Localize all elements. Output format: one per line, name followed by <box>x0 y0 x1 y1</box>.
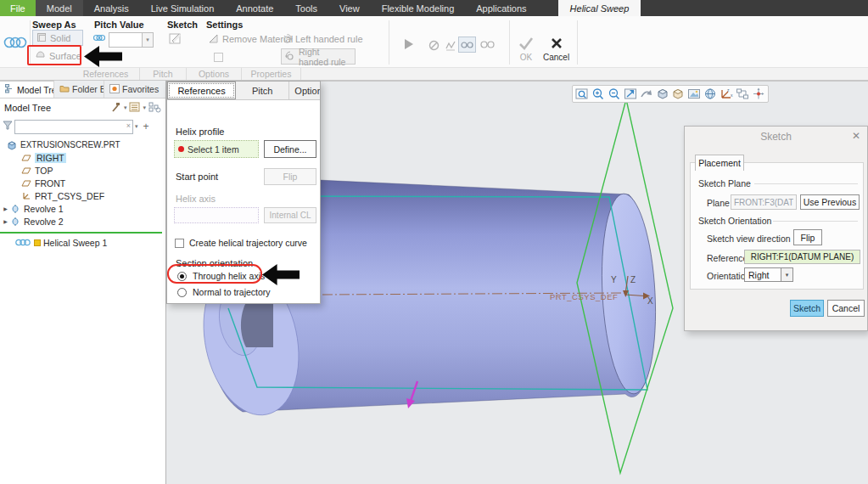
pitch-dropdown-icon[interactable]: ▾ <box>143 32 154 48</box>
sketch-tool-icon[interactable] <box>169 31 183 47</box>
surface-button[interactable]: Surface <box>31 48 84 64</box>
filter-dropdown-icon[interactable]: ▾ <box>135 123 138 130</box>
start-point-label: Start point <box>176 172 218 182</box>
placement-tab[interactable]: Placement <box>695 155 744 171</box>
menu-tab-file[interactable]: File <box>0 0 36 16</box>
verify-preview-icon[interactable] <box>458 37 476 53</box>
revolve-icon <box>9 217 21 227</box>
orientation-dropdown-icon[interactable]: ▾ <box>781 267 793 282</box>
repaint-icon[interactable] <box>638 87 654 102</box>
annotation-display-icon[interactable] <box>734 87 750 102</box>
strip-tab-properties[interactable]: Properties <box>242 68 301 80</box>
flip-button[interactable]: Flip <box>264 168 316 185</box>
strip-tab-options[interactable]: Options <box>187 68 242 80</box>
tree-item-root[interactable]: EXTRUSIONSCREW.PRT <box>0 138 165 151</box>
tree-columns-icon[interactable] <box>148 102 161 115</box>
section-orientation-label: Section orientation <box>176 258 253 268</box>
reference-field[interactable]: RIGHT:F1(DATUM PLANE) <box>744 250 860 264</box>
tree-tools-dropdown-icon[interactable]: ▾ <box>124 104 127 111</box>
tree-show-icon[interactable] <box>129 102 140 114</box>
saved-orientations-icon[interactable] <box>670 87 686 102</box>
menu-tab-tools[interactable]: Tools <box>284 0 328 16</box>
preview-play-icon[interactable] <box>404 38 414 52</box>
menu-tab-annotate[interactable]: Annotate <box>225 0 284 16</box>
helix-profile-label: Helix profile <box>176 127 224 137</box>
right-handed-rule-button[interactable]: Right handed rule <box>281 48 356 65</box>
settings-checkbox-icon[interactable] <box>214 53 223 62</box>
define-button[interactable]: Define... <box>264 140 316 158</box>
menu-tab-model[interactable]: Model <box>36 0 83 16</box>
view-images-icon[interactable] <box>686 87 703 102</box>
datum-display-icon[interactable]: zx <box>718 87 734 102</box>
filter-funnel-icon[interactable] <box>3 121 13 132</box>
tab-model-tree[interactable]: Model Tree <box>0 81 54 98</box>
menu-tab-view[interactable]: View <box>328 0 371 16</box>
tree-item-right[interactable]: RIGHT <box>0 151 165 164</box>
sketch-cancel-button[interactable]: Cancel <box>827 300 865 317</box>
navigator-panel: Model Tree Folder Br Favorites Model Tre… <box>0 81 166 484</box>
expand-caret-icon[interactable]: ▶ <box>2 205 9 211</box>
menu-tab-flexible-modeling[interactable]: Flexible Modeling <box>371 0 466 16</box>
internal-cl-button[interactable]: Internal CL <box>264 207 316 223</box>
display-style-icon[interactable] <box>654 87 670 102</box>
glasses-check-icon[interactable] <box>480 40 495 51</box>
tree-show-dropdown-icon[interactable]: ▾ <box>143 104 146 111</box>
menu-tab-helical-sweep[interactable]: Helical Sweep <box>558 0 641 16</box>
use-previous-button[interactable]: Use Previous <box>800 194 860 210</box>
datum-plane-icon <box>20 179 32 188</box>
tree-item-front[interactable]: FRONT <box>0 177 165 189</box>
left-handed-rule-label[interactable]: Left handed rule <box>295 34 363 44</box>
strip-tab-pitch[interactable]: Pitch <box>140 68 187 80</box>
dashboard-tab-strip: References Pitch Options Properties <box>0 67 868 80</box>
small-cylinder-side[interactable] <box>241 298 273 347</box>
csys-icon <box>20 191 32 200</box>
zoom-region-icon[interactable] <box>574 87 591 102</box>
panel-tab-pitch[interactable]: Pitch <box>236 82 289 99</box>
menu-tab-live-simulation[interactable]: Live Simulation <box>140 0 226 16</box>
spin-center-icon[interactable] <box>750 87 766 102</box>
ok-button[interactable]: OK <box>518 36 535 62</box>
create-curve-checkbox[interactable] <box>175 239 184 248</box>
model-tree-tab-icon <box>5 84 14 95</box>
tree-filter-input[interactable] <box>14 120 133 134</box>
tree-item-helical-sweep[interactable]: Helical Sweep 1 <box>0 236 165 249</box>
panel-tab-references[interactable]: References <box>167 82 236 99</box>
cancel-button[interactable]: Cancel <box>543 36 569 62</box>
filter-clear-icon[interactable]: × <box>126 121 131 130</box>
helix-profile-collector[interactable]: Select 1 item <box>174 140 259 158</box>
flip-view-button[interactable]: Flip <box>793 229 822 245</box>
menu-tab-applications[interactable]: Applications <box>465 0 537 16</box>
sketch-dialog-titlebar[interactable]: Sketch ✕ <box>685 127 867 147</box>
close-icon[interactable]: ✕ <box>852 130 860 142</box>
axis-y-label: Y <box>611 275 617 284</box>
tab-folder-browser[interactable]: Folder Br <box>54 81 104 98</box>
tree-item-top[interactable]: TOP <box>0 164 165 177</box>
zoom-in-icon[interactable] <box>591 87 607 102</box>
tree-item-revolve-1[interactable]: ▶ Revolve 1 <box>0 202 165 215</box>
normal-to-trajectory-radio[interactable] <box>177 288 187 297</box>
sketch-confirm-button[interactable]: Sketch <box>790 300 824 317</box>
axis-x-label: X <box>647 296 653 306</box>
through-helix-axis-radio[interactable] <box>177 272 187 281</box>
tree-item-csys[interactable]: PRT_CSYS_DEF <box>0 189 165 202</box>
helix-axis-input[interactable] <box>174 207 259 223</box>
strip-tab-references[interactable]: References <box>72 68 140 80</box>
expand-caret-icon[interactable]: ▶ <box>2 218 9 224</box>
tab-favorites[interactable]: Favorites <box>104 81 163 98</box>
no-preview-icon[interactable] <box>428 40 440 53</box>
insert-locator[interactable] <box>0 232 162 234</box>
tree-item-revolve-2[interactable]: ▶ Revolve 2 <box>0 215 165 228</box>
plane-input[interactable] <box>731 194 797 210</box>
zoom-out-icon[interactable] <box>607 87 623 102</box>
filter-add-icon[interactable]: + <box>143 121 149 132</box>
pitch-value-input[interactable] <box>109 32 143 48</box>
solid-button[interactable]: Solid <box>32 30 83 46</box>
panel-tab-options[interactable]: Options <box>289 82 320 99</box>
orientation-select[interactable]: Right <box>744 267 781 282</box>
dynamic-preview-icon[interactable] <box>445 40 456 53</box>
pitch-spiral-icon <box>93 33 105 44</box>
refit-icon[interactable] <box>622 87 638 102</box>
menu-tab-analysis[interactable]: Analysis <box>83 0 140 16</box>
view-manager-icon[interactable] <box>703 87 719 102</box>
tree-tools-icon[interactable] <box>110 102 121 115</box>
